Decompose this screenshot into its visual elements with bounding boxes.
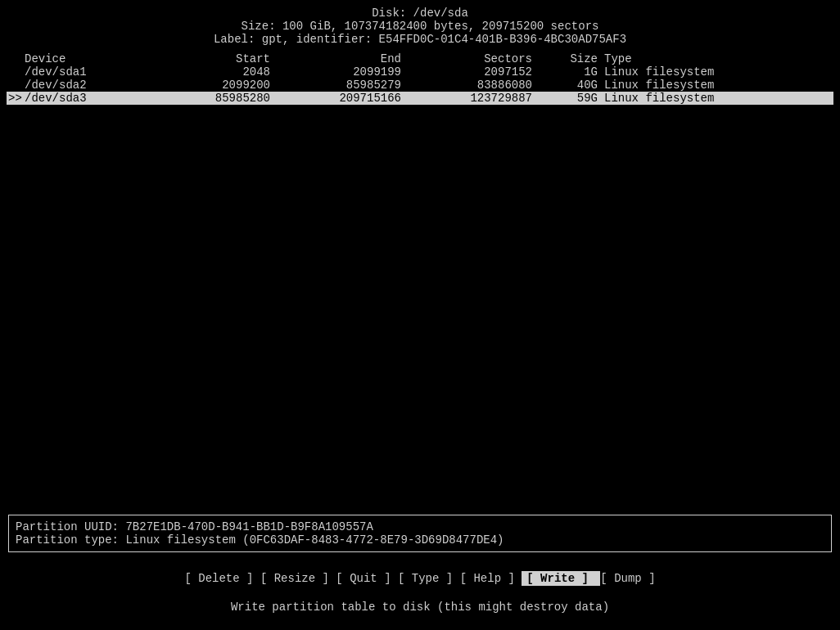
- partition-size: 59G: [532, 92, 598, 105]
- menu-write-active[interactable]: [ Write ]: [522, 571, 600, 586]
- menu-bracket-open-4: [: [398, 572, 412, 585]
- menu-bracket-close-5: ]: [501, 572, 515, 585]
- menu-resize-button[interactable]: Resize: [274, 572, 315, 585]
- col-header-sectors: Sectors: [401, 52, 532, 65]
- menu-dump-button[interactable]: Dump: [614, 572, 642, 585]
- menu-bracket-close-3: ]: [377, 572, 391, 585]
- partition-size: 40G: [532, 79, 598, 92]
- start-sector: 2099200: [139, 79, 270, 92]
- start-sector: 2048: [139, 65, 270, 79]
- disk-title: Disk: /dev/sda: [0, 7, 840, 20]
- menu-bracket-close-4: ]: [439, 572, 453, 585]
- status-text: Write partition table to disk (this migh…: [0, 601, 840, 614]
- col-header-device: Device: [8, 52, 139, 65]
- device-name: /dev/sda2: [25, 79, 139, 92]
- menu-bracket-open-1: [: [184, 572, 198, 585]
- disk-size-info: Size: 100 GiB, 107374182400 bytes, 20971…: [0, 20, 840, 33]
- terminal: Disk: /dev/sda Size: 100 GiB, 1073741824…: [0, 0, 840, 630]
- sectors-count: 83886080: [401, 79, 532, 92]
- device-name: /dev/sda3: [25, 92, 139, 105]
- col-header-end: End: [270, 52, 401, 65]
- partition-type: Linux filesystem: [598, 65, 761, 79]
- col-header-type: Type: [598, 52, 761, 65]
- start-sector: 85985280: [139, 92, 270, 105]
- col-header-size: Size: [532, 52, 598, 65]
- partition-size: 1G: [532, 65, 598, 79]
- menu-bracket-close-2: ]: [315, 572, 329, 585]
- table-row[interactable]: /dev/sda2 2099200 85985279 83886080 40G …: [7, 79, 833, 92]
- table-row[interactable]: /dev/sda1 2048 2099199 2097152 1G Linux …: [7, 65, 833, 79]
- row-indicator: [8, 79, 25, 92]
- partition-type: Linux filesystem: [598, 79, 761, 92]
- partition-type-line: Partition type: Linux filesystem (0FC63D…: [16, 533, 824, 547]
- menu-bracket-close-1: ]: [240, 572, 254, 585]
- menu-write-bracket-open: [: [526, 572, 540, 585]
- sectors-count: 2097152: [401, 65, 532, 79]
- end-sector: 209715166: [270, 92, 401, 105]
- sectors-count: 123729887: [401, 92, 532, 105]
- end-sector: 85985279: [270, 79, 401, 92]
- partition-type: Linux filesystem: [598, 92, 761, 105]
- menu-bracket-open-5: [: [460, 572, 474, 585]
- disk-header: Disk: /dev/sda Size: 100 GiB, 1073741824…: [0, 0, 840, 49]
- menu-write-bracket-close: ]: [575, 572, 589, 585]
- end-sector: 2099199: [270, 65, 401, 79]
- menu-type-button[interactable]: Type: [412, 572, 440, 585]
- bottom-menu: [ Delete ] [ Resize ] [ Quit ] [ Type ] …: [0, 572, 840, 585]
- menu-help-button[interactable]: Help: [473, 572, 501, 585]
- device-name: /dev/sda1: [25, 65, 139, 79]
- table-row[interactable]: >> /dev/sda3 85985280 209715166 12372988…: [7, 92, 833, 105]
- disk-label-info: Label: gpt, identifier: E54FFD0C-01C4-40…: [0, 33, 840, 46]
- menu-bracket-open-7: [: [600, 572, 614, 585]
- partition-uuid-line: Partition UUID: 7B27E1DB-470D-B941-BB1D-…: [16, 520, 824, 533]
- menu-bracket-close-7: ]: [642, 572, 656, 585]
- table-header-row: Device Start End Sectors Size Type: [7, 52, 833, 65]
- partition-table: Device Start End Sectors Size Type /dev/…: [0, 52, 840, 105]
- menu-bracket-open-3: [: [336, 572, 350, 585]
- menu-quit-button[interactable]: Quit: [350, 572, 377, 585]
- row-indicator: [8, 65, 25, 79]
- row-indicator: >>: [8, 92, 25, 105]
- col-header-start: Start: [139, 52, 270, 65]
- partition-info-box: Partition UUID: 7B27E1DB-470D-B941-BB1D-…: [8, 515, 832, 552]
- menu-bracket-open-2: [: [260, 572, 274, 585]
- menu-write-button[interactable]: Write: [540, 572, 575, 585]
- menu-delete-button[interactable]: Delete: [198, 572, 239, 585]
